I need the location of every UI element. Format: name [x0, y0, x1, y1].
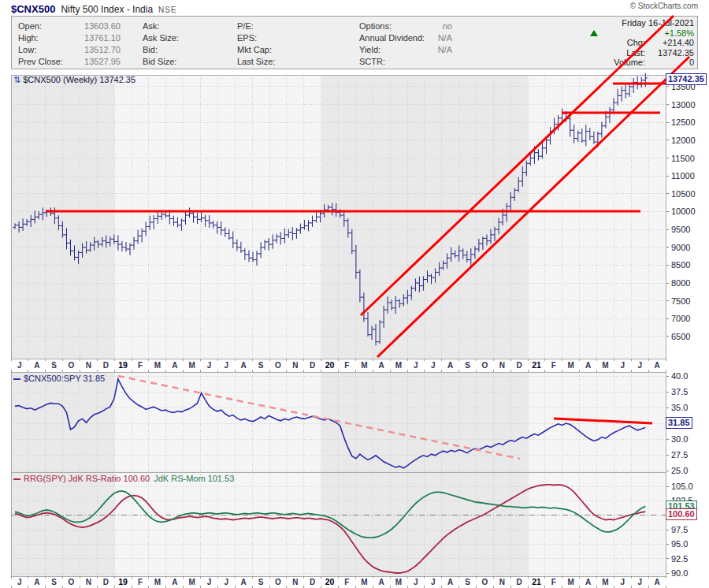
ratio-panel-title: $CNX500:SPY 31.85: [24, 374, 105, 383]
volume-value: 0: [645, 58, 694, 68]
quote-label: Options:: [359, 20, 392, 32]
svg-text:12000: 12000: [671, 136, 696, 145]
svg-text:8500: 8500: [671, 260, 690, 270]
quote-col-bidask: Ask: Ask Size: Bid: Bid Size:: [143, 20, 198, 68]
up-triangle-icon: [590, 30, 598, 36]
svg-text:J: J: [621, 361, 625, 370]
rrg-ratio-title: RRG(SPY) JdK RS-Ratio 100.60: [24, 474, 150, 483]
quote-label: EPS:: [237, 32, 257, 44]
price-panel-label: ⇅$CNX500 (Weekly) 13742.35: [13, 75, 135, 85]
svg-text:N: N: [499, 578, 505, 586]
svg-text:9000: 9000: [671, 243, 690, 252]
svg-text:105.0: 105.0: [671, 482, 693, 491]
svg-text:J: J: [17, 361, 22, 370]
svg-text:D: D: [516, 361, 522, 370]
svg-text:N: N: [86, 361, 91, 370]
quote-value: N/A: [438, 32, 452, 44]
svg-text:J: J: [637, 578, 642, 586]
svg-text:F: F: [344, 361, 349, 370]
quote-label: High:: [18, 32, 39, 44]
svg-text:M: M: [361, 578, 367, 586]
svg-text:M: M: [188, 578, 195, 586]
ratio-last-value-box: 31.85: [666, 417, 692, 429]
svg-text:A: A: [172, 578, 177, 586]
quote-label: Annual Dividend:: [359, 32, 425, 44]
quote-label: Yield:: [359, 44, 380, 56]
svg-text:12500: 12500: [671, 117, 696, 127]
svg-text:8000: 8000: [671, 278, 690, 288]
svg-text:7500: 7500: [671, 296, 690, 306]
svg-text:N: N: [86, 578, 91, 586]
svg-text:J: J: [414, 578, 418, 586]
svg-text:19: 19: [118, 577, 128, 586]
svg-text:O: O: [482, 361, 488, 370]
quote-value: 13527.95: [84, 56, 121, 68]
volume-label: Volume:: [614, 58, 645, 68]
svg-text:10500: 10500: [671, 189, 696, 199]
svg-text:25.0: 25.0: [671, 466, 688, 475]
svg-text:M: M: [154, 361, 161, 370]
svg-text:S: S: [465, 361, 470, 370]
price-panel-title: $CNX500 (Weekly) 13742.35: [23, 75, 135, 84]
svg-text:J: J: [207, 578, 212, 586]
chart-canvas[interactable]: 6500700075008000850090009500100001050011…: [0, 0, 709, 588]
quote-label: SCTR:: [359, 56, 385, 68]
svg-text:19: 19: [118, 360, 128, 370]
svg-text:S: S: [51, 361, 57, 370]
svg-text:M: M: [361, 361, 367, 370]
svg-text:D: D: [310, 578, 315, 586]
svg-text:20: 20: [325, 360, 335, 370]
svg-text:F: F: [344, 578, 349, 586]
svg-text:20: 20: [325, 577, 335, 586]
quote-value: 13603.60: [84, 20, 121, 32]
quote-value: no: [443, 20, 452, 32]
svg-text:30.0: 30.0: [671, 434, 688, 444]
quote-col-fundamentals: P/E: EPS: Mkt Cap: Last Size:: [237, 20, 300, 68]
svg-text:J: J: [637, 361, 642, 370]
quote-label: Low:: [18, 44, 36, 56]
svg-text:O: O: [482, 578, 488, 586]
svg-text:M: M: [395, 578, 402, 586]
svg-text:M: M: [395, 361, 402, 370]
svg-text:O: O: [69, 361, 75, 370]
quote-change-block: Friday 16-Jul-2021 +1.58% Chg:+214.40 La…: [576, 18, 694, 68]
svg-text:J: J: [431, 578, 436, 586]
svg-text:97.5: 97.5: [671, 525, 688, 534]
svg-text:7000: 7000: [671, 314, 690, 323]
svg-text:O: O: [275, 578, 281, 586]
svg-text:21: 21: [532, 577, 541, 586]
svg-text:F: F: [551, 578, 556, 586]
ratio-panel-label: $CNX500:SPY 31.85: [13, 374, 105, 383]
last-label: Last:: [626, 48, 645, 58]
svg-text:D: D: [516, 578, 522, 586]
chg-value: +214.40: [645, 38, 694, 48]
exchange-label: NSE: [158, 6, 177, 14]
svg-text:F: F: [138, 578, 143, 586]
svg-text:J: J: [225, 361, 229, 370]
rrg-panel-label: RRG(SPY) JdK RS-Ratio 100.60JdK RS-Mom 1…: [13, 474, 234, 483]
svg-text:27.5: 27.5: [671, 450, 688, 460]
svg-text:S: S: [465, 578, 470, 586]
quote-label: Bid:: [143, 44, 158, 56]
chg-label: Chg:: [627, 38, 645, 48]
quote-label: Bid Size:: [143, 56, 176, 68]
price-toggle-icon[interactable]: ⇅: [13, 75, 20, 84]
svg-text:F: F: [551, 361, 556, 370]
svg-text:M: M: [154, 578, 161, 586]
svg-text:O: O: [69, 578, 75, 586]
last-price-box: 13742.35: [666, 73, 707, 85]
svg-text:N: N: [292, 578, 298, 586]
svg-text:F: F: [138, 361, 143, 370]
quote-col-options: Options:no Annual Dividend:N/A Yield:N/A…: [359, 20, 452, 68]
svg-text:A: A: [654, 578, 659, 586]
svg-text:M: M: [602, 361, 608, 370]
copyright-watermark: © StockCharts.com: [630, 2, 698, 10]
svg-text:D: D: [103, 578, 109, 586]
ratio-legend-swatch-icon: [13, 378, 20, 380]
svg-text:S: S: [258, 361, 264, 370]
rrg-legend-swatch-icon: [13, 478, 20, 480]
title-bar: $CNX500Nifty 500 Index - IndiaNSE © Stoc…: [11, 2, 698, 15]
svg-text:D: D: [310, 361, 315, 370]
svg-text:92.5: 92.5: [671, 554, 688, 564]
svg-text:A: A: [34, 578, 39, 586]
